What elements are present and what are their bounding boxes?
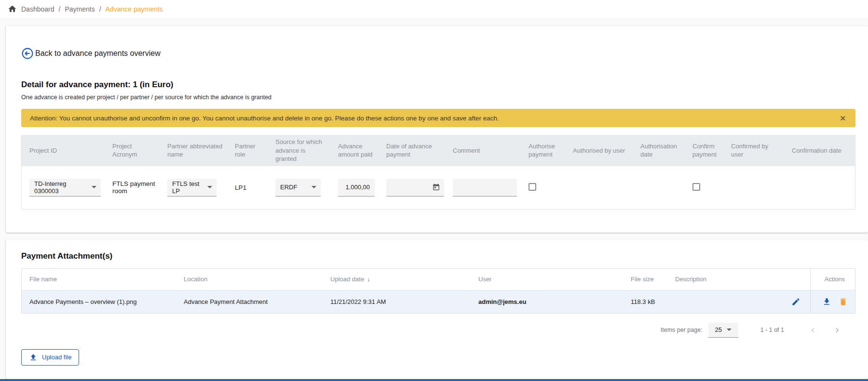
partner-role-value: LP1 [227, 184, 268, 191]
footer-accent-bar [0, 379, 868, 381]
items-per-page-select[interactable]: 25 [708, 323, 738, 338]
attachments-title: Payment Attachment(s) [21, 251, 855, 261]
source-select[interactable]: ERDF [275, 179, 321, 197]
actions-cell [810, 290, 855, 313]
upload-button-label: Upload file [42, 354, 71, 361]
attachments-table-header: File name Location Upload date↓ User Fil… [22, 269, 855, 290]
chevron-down-icon [727, 328, 732, 331]
upload-icon [29, 353, 38, 362]
chevron-left-icon [810, 327, 816, 333]
breadcrumb-item-dashboard[interactable]: Dashboard [21, 5, 54, 13]
col-header-confirmed-by-user: Confirmed by user [723, 142, 784, 159]
col-header-confirm-payment: Confirm payment [685, 142, 723, 159]
col-header-actions: Actions [810, 269, 855, 290]
page-range-label: 1 - 1 of 1 [760, 327, 784, 333]
back-link-label: Back to advance payments overview [35, 49, 161, 58]
home-icon[interactable] [8, 4, 17, 13]
payment-attachments-card: Payment Attachment(s) File name Location… [6, 239, 868, 379]
authorise-payment-checkbox[interactable] [529, 183, 536, 191]
description-cell [667, 297, 810, 306]
col-header-project-id: Project ID [22, 146, 105, 155]
file-name-cell: Advance Payments – overview (1).png [22, 298, 176, 305]
col-header-confirmation-date: Confirmation date [784, 146, 856, 155]
advance-payment-table: Project ID Project Acronym Partner abbre… [21, 135, 855, 210]
advance-payment-row: TD-Interreg 0300003 FTLS payment room FT… [22, 166, 855, 209]
confirm-payment-checkbox[interactable] [692, 183, 700, 191]
breadcrumb: Dashboard / Payments / Advance payments [0, 0, 868, 18]
download-button[interactable] [822, 297, 831, 306]
col-header-authorisation-date: Authorisation date [633, 142, 685, 159]
col-header-partner-abbreviated-name: Partner abbreviated name [160, 142, 227, 159]
chevron-down-icon [92, 186, 96, 188]
col-header-partner-role: Partner role [227, 142, 268, 159]
delete-button[interactable] [839, 297, 848, 306]
upload-date-header-label: Upload date [330, 276, 364, 283]
calendar-icon[interactable] [432, 183, 440, 191]
col-header-advance-amount-paid: Advance amount paid [330, 142, 379, 159]
location-cell: Advance Payment Attachment [176, 298, 323, 305]
back-to-overview-link[interactable]: Back to advance payments overview [21, 47, 161, 60]
page-title: Detail for advance payment: 1 (in Euro) [21, 80, 855, 90]
previous-page-button[interactable] [807, 324, 819, 336]
col-header-file-name: File name [22, 276, 176, 283]
advance-payment-table-header: Project ID Project Acronym Partner abbre… [22, 135, 855, 166]
col-header-date-of-advance-payment: Date of advance payment [379, 142, 445, 159]
date-of-advance-payment-input[interactable] [386, 179, 444, 197]
next-page-button[interactable] [831, 324, 843, 336]
col-header-authorise-payment: Authorise payment [521, 142, 565, 159]
chevron-down-icon [207, 186, 212, 188]
col-header-authorised-by-user: Authorised by user [565, 146, 633, 155]
breadcrumb-item-payments[interactable]: Payments [65, 5, 95, 13]
trash-icon [839, 297, 848, 306]
warning-text: Attention: You cannot unauthorise and un… [30, 115, 499, 122]
col-header-source: Source for which advance is granted [268, 138, 330, 163]
advance-amount-input[interactable] [338, 179, 375, 197]
arrow-back-circle-icon [21, 47, 34, 60]
user-cell: admin@jems.eu [471, 298, 623, 305]
advance-payment-detail-card: Back to advance payments overview Detail… [6, 26, 868, 233]
project-id-value: TD-Interreg 0300003 [34, 180, 92, 195]
col-header-user: User [471, 276, 623, 283]
download-icon [822, 297, 831, 306]
col-header-description: Description [667, 276, 810, 283]
edit-description-button[interactable] [791, 297, 800, 306]
upload-date-cell: 11/21/2022 9:31 AM [323, 298, 471, 305]
col-header-project-acronym: Project Acronym [105, 142, 160, 159]
attachment-row: Advance Payments – overview (1).png Adva… [22, 290, 855, 313]
project-id-select[interactable]: TD-Interreg 0300003 [29, 179, 101, 197]
breadcrumb-item-advance-payments[interactable]: Advance payments [106, 5, 163, 13]
breadcrumb-separator: / [59, 5, 61, 13]
attachments-table: File name Location Upload date↓ User Fil… [21, 268, 855, 314]
warning-banner: Attention: You cannot unauthorise and un… [21, 109, 855, 127]
items-per-page-value: 25 [715, 326, 721, 333]
col-header-location: Location [176, 276, 323, 283]
upload-file-button[interactable]: Upload file [21, 349, 79, 366]
chevron-down-icon [312, 186, 316, 188]
items-per-page-label: Items per page: [661, 327, 703, 333]
close-icon[interactable]: ✕ [840, 115, 846, 122]
pencil-icon [791, 297, 800, 306]
chevron-right-icon [834, 327, 840, 333]
partner-select[interactable]: FTLS test LP [167, 179, 217, 197]
col-header-upload-date[interactable]: Upload date↓ [323, 276, 471, 283]
project-acronym-value: FTLS payment room [105, 180, 160, 195]
col-header-comment: Comment [445, 146, 521, 155]
sort-descending-icon: ↓ [367, 276, 370, 283]
partner-value: FTLS test LP [172, 180, 207, 195]
comment-input[interactable] [453, 179, 517, 197]
page-subtitle: One advance is created per project / per… [21, 94, 855, 101]
breadcrumb-separator: / [99, 5, 101, 13]
source-value: ERDF [280, 184, 297, 191]
col-header-file-size: File size [623, 276, 667, 283]
paginator: Items per page: 25 1 - 1 of 1 [21, 323, 855, 338]
file-size-cell: 118.3 kB [623, 298, 667, 305]
